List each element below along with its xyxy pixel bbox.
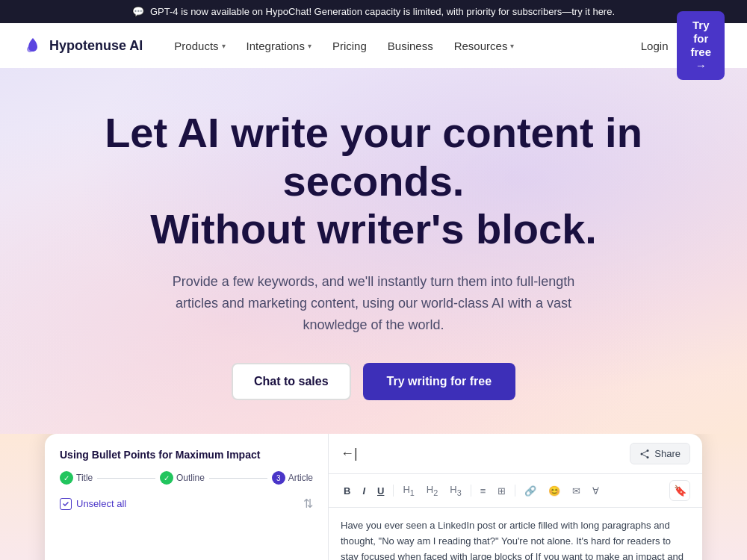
step-check-icon: ✓	[60, 471, 73, 485]
demo-section: Using Bullet Points for Maximum Impact ✓…	[0, 434, 747, 560]
underline-button[interactable]: U	[374, 484, 387, 498]
h1-button[interactable]: H1	[400, 482, 417, 499]
chat-to-sales-button[interactable]: Chat to sales	[232, 363, 351, 400]
login-button[interactable]: Login	[632, 34, 678, 58]
more-icon[interactable]: ∀	[589, 484, 602, 498]
logo-icon	[22, 35, 43, 56]
checkbox-icon	[62, 500, 69, 508]
chevron-down-icon: ▾	[308, 42, 311, 50]
step-line	[209, 478, 267, 479]
nav-label-pricing: Pricing	[332, 40, 367, 52]
demo-step-title: ✓ Title	[60, 471, 93, 485]
step-article-label: Article	[288, 473, 313, 483]
hero-buttons: Chat to sales Try writing for free	[232, 363, 515, 400]
demo-right-panel: ←| Share B I U H1 H2	[329, 434, 702, 560]
navbar: Hypotenuse AI Products ▾ Integrations ▾ …	[0, 23, 747, 68]
hero-title-line3: Without writer's block.	[150, 205, 597, 252]
svg-point-2	[647, 456, 649, 458]
nav-label-resources: Resources	[454, 40, 508, 52]
demo-steps: ✓ Title ✓ Outline 3 Article	[60, 471, 313, 485]
hero-subtitle: Provide a few keywords, and we'll instan…	[164, 271, 583, 335]
demo-editor-header: ←| Share	[329, 434, 702, 474]
chevron-down-icon: ▾	[222, 42, 226, 50]
share-button[interactable]: Share	[630, 443, 690, 464]
unselect-checkbox	[60, 498, 72, 510]
hero-title: Let AI write your content in seconds. Wi…	[105, 109, 642, 253]
step-line	[97, 478, 155, 479]
link-icon[interactable]: 🔗	[521, 484, 539, 498]
unselect-label: Unselect all	[76, 498, 126, 509]
demo-editor-content[interactable]: Have you ever seen a LinkedIn post or ar…	[329, 508, 702, 560]
bold-button[interactable]: B	[341, 484, 353, 498]
nav-cta-line3: free	[690, 46, 711, 59]
try-writing-free-button[interactable]: Try writing for free	[363, 363, 515, 400]
banner-icon: 💬	[132, 6, 144, 17]
align-left-icon[interactable]: ≡	[477, 484, 489, 498]
svg-line-4	[643, 454, 647, 456]
nav-item-pricing[interactable]: Pricing	[323, 34, 376, 58]
nav-label-integrations: Integrations	[247, 40, 305, 52]
nav-cta-arrow: →	[695, 59, 707, 72]
svg-point-0	[647, 449, 649, 452]
step-check-icon: ✓	[160, 471, 173, 485]
hero-section: Let AI write your content in seconds. Wi…	[0, 68, 747, 434]
nav-cta-line1: Try	[692, 19, 710, 32]
banner-text: GPT-4 is now available on HypoChat! Gene…	[150, 6, 615, 17]
demo-container: Using Bullet Points for Maximum Impact ✓…	[45, 434, 702, 560]
toolbar-divider	[471, 485, 471, 497]
nav-label-business: Business	[388, 40, 433, 52]
nav-cta-line2: for	[693, 32, 708, 46]
nav-item-integrations[interactable]: Integrations ▾	[238, 34, 320, 58]
email-icon[interactable]: ✉	[569, 484, 583, 498]
share-icon	[639, 449, 650, 459]
hero-title-line1: Let AI write your content in	[105, 109, 642, 156]
h2-button[interactable]: H2	[424, 482, 441, 499]
step-title-label: Title	[76, 473, 93, 483]
nav-item-resources[interactable]: Resources ▾	[445, 34, 524, 58]
toolbar-divider	[515, 485, 515, 497]
step-num-icon: 3	[272, 471, 285, 485]
nav-label-products: Products	[174, 40, 218, 52]
share-label: Share	[654, 448, 681, 459]
h3-button[interactable]: H3	[447, 482, 464, 499]
toolbar-divider	[393, 485, 394, 497]
emoji-icon[interactable]: 😊	[545, 484, 563, 498]
nav-try-free-button[interactable]: Try for free →	[677, 11, 725, 80]
svg-point-1	[641, 452, 643, 455]
chevron-down-icon: ▾	[510, 42, 514, 50]
nav-links: Products ▾ Integrations ▾ Pricing Busine…	[165, 34, 631, 58]
nav-item-business[interactable]: Business	[379, 34, 442, 58]
hero-title-line2: seconds.	[283, 158, 465, 205]
announcement-banner: 💬 GPT-4 is now available on HypoChat! Ge…	[0, 0, 747, 23]
demo-step-article: 3 Article	[272, 471, 313, 485]
unselect-all-button[interactable]: Unselect all ⇅	[60, 497, 313, 511]
demo-step-outline: ✓ Outline	[160, 471, 205, 485]
logo[interactable]: Hypotenuse AI	[22, 35, 143, 56]
nav-item-products[interactable]: Products ▾	[165, 34, 234, 58]
cursor-icon: ←|	[341, 446, 358, 461]
svg-line-3	[643, 451, 647, 453]
expand-icon: ⇅	[303, 497, 313, 511]
step-outline-label: Outline	[176, 473, 205, 483]
list-icon[interactable]: ⊞	[495, 484, 509, 498]
logo-text: Hypotenuse AI	[49, 38, 143, 54]
italic-button[interactable]: I	[359, 484, 368, 498]
bookmark-icon: 🔖	[674, 485, 686, 497]
demo-editor-toolbar: B I U H1 H2 H3 ≡ ⊞ 🔗 😊 ✉ ∀ 🔖	[329, 474, 702, 508]
demo-left-panel: Using Bullet Points for Maximum Impact ✓…	[45, 434, 329, 560]
demo-article-title: Using Bullet Points for Maximum Impact	[60, 449, 313, 461]
bookmark-button[interactable]: 🔖	[669, 480, 690, 501]
